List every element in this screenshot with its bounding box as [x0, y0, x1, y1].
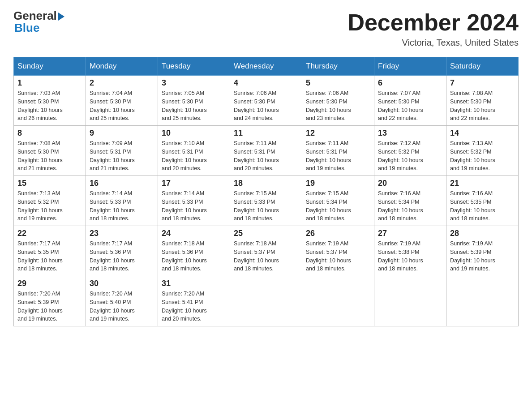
calendar-week-row: 15Sunrise: 7:13 AMSunset: 5:32 PMDayligh…	[14, 176, 519, 226]
day-info: Sunrise: 7:16 AMSunset: 5:35 PMDaylight:…	[450, 189, 515, 223]
day-of-week-header: Tuesday	[158, 57, 230, 76]
day-number: 24	[162, 229, 226, 238]
calendar-day-cell: 28Sunrise: 7:19 AMSunset: 5:39 PMDayligh…	[446, 226, 519, 276]
logo-blue-text: Blue	[14, 21, 39, 35]
calendar-week-row: 8Sunrise: 7:08 AMSunset: 5:30 PMDaylight…	[14, 126, 519, 176]
day-number: 21	[450, 179, 515, 188]
calendar-day-cell: 30Sunrise: 7:20 AMSunset: 5:40 PMDayligh…	[86, 276, 158, 326]
day-number: 14	[450, 128, 515, 138]
calendar-day-cell: 6Sunrise: 7:07 AMSunset: 5:30 PMDaylight…	[374, 76, 446, 126]
day-number: 8	[17, 128, 82, 138]
logo: General Blue	[13, 9, 64, 35]
day-info: Sunrise: 7:07 AMSunset: 5:30 PMDaylight:…	[378, 89, 442, 123]
day-number: 6	[378, 78, 442, 88]
month-title: December 2024	[348, 9, 519, 36]
location: Victoria, Texas, United States	[348, 38, 519, 48]
calendar-day-cell: 11Sunrise: 7:11 AMSunset: 5:31 PMDayligh…	[230, 126, 302, 176]
day-number: 28	[450, 229, 515, 238]
day-info: Sunrise: 7:16 AMSunset: 5:34 PMDaylight:…	[378, 189, 442, 223]
calendar-day-cell: 9Sunrise: 7:09 AMSunset: 5:31 PMDaylight…	[86, 126, 158, 176]
calendar-day-cell: 12Sunrise: 7:11 AMSunset: 5:31 PMDayligh…	[302, 126, 374, 176]
calendar-day-cell: 10Sunrise: 7:10 AMSunset: 5:31 PMDayligh…	[158, 126, 230, 176]
day-number: 27	[378, 229, 442, 238]
calendar-day-cell: 26Sunrise: 7:19 AMSunset: 5:37 PMDayligh…	[302, 226, 374, 276]
day-of-week-header: Sunday	[14, 57, 86, 76]
day-number: 25	[234, 229, 298, 238]
day-info: Sunrise: 7:03 AMSunset: 5:30 PMDaylight:…	[17, 89, 82, 123]
day-number: 5	[306, 78, 370, 88]
day-number: 2	[90, 78, 154, 88]
calendar-day-cell: 24Sunrise: 7:18 AMSunset: 5:36 PMDayligh…	[158, 226, 230, 276]
calendar-table: SundayMondayTuesdayWednesdayThursdayFrid…	[13, 57, 519, 326]
day-info: Sunrise: 7:09 AMSunset: 5:31 PMDaylight:…	[90, 139, 154, 173]
calendar-day-cell: 13Sunrise: 7:12 AMSunset: 5:32 PMDayligh…	[374, 126, 446, 176]
day-number: 26	[306, 229, 370, 238]
day-number: 20	[378, 179, 442, 188]
day-number: 1	[17, 78, 82, 88]
day-number: 4	[234, 78, 298, 88]
day-info: Sunrise: 7:19 AMSunset: 5:37 PMDaylight:…	[306, 240, 370, 273]
day-info: Sunrise: 7:04 AMSunset: 5:30 PMDaylight:…	[90, 89, 154, 123]
day-info: Sunrise: 7:20 AMSunset: 5:41 PMDaylight:…	[162, 290, 226, 323]
day-info: Sunrise: 7:17 AMSunset: 5:36 PMDaylight:…	[90, 240, 154, 273]
day-number: 11	[234, 128, 298, 138]
day-number: 7	[450, 78, 515, 88]
day-info: Sunrise: 7:14 AMSunset: 5:33 PMDaylight:…	[90, 189, 154, 223]
calendar-day-cell	[374, 276, 446, 326]
day-info: Sunrise: 7:15 AMSunset: 5:33 PMDaylight:…	[234, 189, 298, 223]
calendar-week-row: 29Sunrise: 7:20 AMSunset: 5:39 PMDayligh…	[14, 276, 519, 326]
day-info: Sunrise: 7:11 AMSunset: 5:31 PMDaylight:…	[234, 139, 298, 173]
day-number: 22	[17, 229, 82, 238]
calendar-day-cell: 23Sunrise: 7:17 AMSunset: 5:36 PMDayligh…	[86, 226, 158, 276]
day-number: 19	[306, 179, 370, 188]
calendar-day-cell: 25Sunrise: 7:18 AMSunset: 5:37 PMDayligh…	[230, 226, 302, 276]
calendar-day-cell: 20Sunrise: 7:16 AMSunset: 5:34 PMDayligh…	[374, 176, 446, 226]
calendar-week-row: 1Sunrise: 7:03 AMSunset: 5:30 PMDaylight…	[14, 76, 519, 126]
calendar-day-cell: 4Sunrise: 7:06 AMSunset: 5:30 PMDaylight…	[230, 76, 302, 126]
day-info: Sunrise: 7:19 AMSunset: 5:39 PMDaylight:…	[450, 240, 515, 273]
day-number: 17	[162, 179, 226, 188]
day-of-week-header: Wednesday	[230, 57, 302, 76]
day-info: Sunrise: 7:08 AMSunset: 5:30 PMDaylight:…	[450, 89, 515, 123]
calendar-day-cell: 21Sunrise: 7:16 AMSunset: 5:35 PMDayligh…	[446, 176, 519, 226]
calendar-day-cell	[230, 276, 302, 326]
day-info: Sunrise: 7:15 AMSunset: 5:34 PMDaylight:…	[306, 189, 370, 223]
calendar-day-cell: 1Sunrise: 7:03 AMSunset: 5:30 PMDaylight…	[14, 76, 86, 126]
day-number: 15	[17, 179, 82, 188]
day-info: Sunrise: 7:14 AMSunset: 5:33 PMDaylight:…	[162, 189, 226, 223]
day-info: Sunrise: 7:06 AMSunset: 5:30 PMDaylight:…	[234, 89, 298, 123]
day-info: Sunrise: 7:13 AMSunset: 5:32 PMDaylight:…	[17, 189, 82, 223]
calendar-day-cell: 15Sunrise: 7:13 AMSunset: 5:32 PMDayligh…	[14, 176, 86, 226]
calendar-day-cell: 18Sunrise: 7:15 AMSunset: 5:33 PMDayligh…	[230, 176, 302, 226]
calendar-day-cell: 27Sunrise: 7:19 AMSunset: 5:38 PMDayligh…	[374, 226, 446, 276]
calendar-day-cell	[446, 276, 519, 326]
calendar-day-cell	[302, 276, 374, 326]
calendar-day-cell: 14Sunrise: 7:13 AMSunset: 5:32 PMDayligh…	[446, 126, 519, 176]
day-number: 12	[306, 128, 370, 138]
day-number: 9	[90, 128, 154, 138]
day-info: Sunrise: 7:18 AMSunset: 5:37 PMDaylight:…	[234, 240, 298, 273]
day-number: 18	[234, 179, 298, 188]
day-info: Sunrise: 7:10 AMSunset: 5:31 PMDaylight:…	[162, 139, 226, 173]
day-number: 30	[90, 279, 154, 288]
day-number: 31	[162, 279, 226, 288]
calendar-day-cell: 22Sunrise: 7:17 AMSunset: 5:35 PMDayligh…	[14, 226, 86, 276]
calendar-day-cell: 19Sunrise: 7:15 AMSunset: 5:34 PMDayligh…	[302, 176, 374, 226]
calendar-day-cell: 7Sunrise: 7:08 AMSunset: 5:30 PMDaylight…	[446, 76, 519, 126]
day-info: Sunrise: 7:05 AMSunset: 5:30 PMDaylight:…	[162, 89, 226, 123]
day-info: Sunrise: 7:17 AMSunset: 5:35 PMDaylight:…	[17, 240, 82, 273]
day-info: Sunrise: 7:20 AMSunset: 5:39 PMDaylight:…	[17, 290, 82, 323]
day-info: Sunrise: 7:18 AMSunset: 5:36 PMDaylight:…	[162, 240, 226, 273]
day-info: Sunrise: 7:12 AMSunset: 5:32 PMDaylight:…	[378, 139, 442, 173]
day-info: Sunrise: 7:19 AMSunset: 5:38 PMDaylight:…	[378, 240, 442, 273]
day-info: Sunrise: 7:20 AMSunset: 5:40 PMDaylight:…	[90, 290, 154, 323]
day-number: 3	[162, 78, 226, 88]
day-number: 29	[17, 279, 82, 288]
calendar-day-cell: 3Sunrise: 7:05 AMSunset: 5:30 PMDaylight…	[158, 76, 230, 126]
calendar-day-cell: 16Sunrise: 7:14 AMSunset: 5:33 PMDayligh…	[86, 176, 158, 226]
day-info: Sunrise: 7:11 AMSunset: 5:31 PMDaylight:…	[306, 139, 370, 173]
day-of-week-header: Friday	[374, 57, 446, 76]
day-number: 10	[162, 128, 226, 138]
day-of-week-header: Thursday	[302, 57, 374, 76]
day-of-week-header: Monday	[86, 57, 158, 76]
